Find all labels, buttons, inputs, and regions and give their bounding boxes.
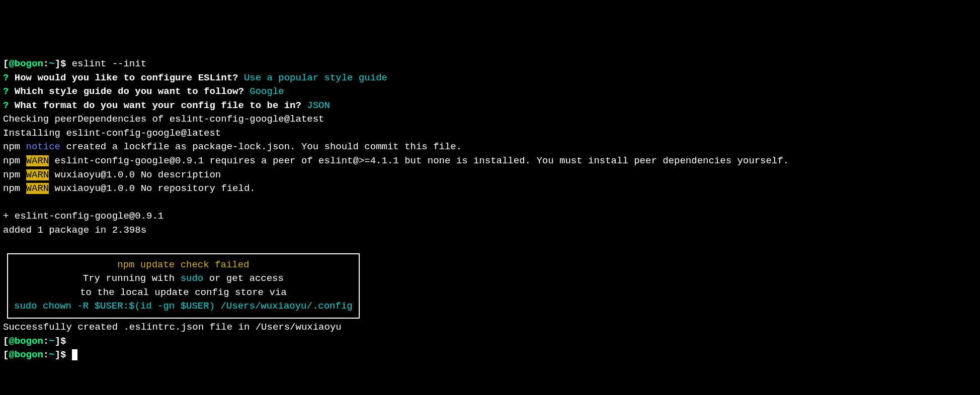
- question-text: What format do you want your config file…: [15, 100, 307, 111]
- prompt-path: ~: [49, 58, 54, 69]
- question-mark: ?: [3, 72, 15, 83]
- npm-warn-badge: WARN: [26, 183, 49, 194]
- box-text: to the local update config store via: [14, 286, 353, 300]
- npm-notice-label: notice: [26, 141, 60, 152]
- prompt: [@bogon:~]$: [3, 58, 66, 69]
- prompt-bracket-open: [: [3, 58, 9, 69]
- prompt: [@bogon:~]$: [3, 349, 66, 360]
- output-line: Checking peerDependencies of eslint-conf…: [3, 114, 324, 125]
- question-mark: ?: [3, 100, 15, 111]
- question-mark: ?: [3, 86, 15, 97]
- prompt-dollar: $: [60, 58, 66, 69]
- output-line: Successfully created .eslintrc.json file…: [3, 322, 342, 333]
- answer-text: Use a popular style guide: [244, 72, 387, 83]
- question-text: How would you like to configure ESLint?: [15, 72, 244, 83]
- npm-warn-text: eslint-config-google@0.9.1 requires a pe…: [49, 155, 789, 166]
- command-text: eslint --init: [66, 58, 146, 69]
- cursor-icon[interactable]: [72, 349, 77, 360]
- prompt-user-host: @bogon: [9, 58, 43, 69]
- prompt: [@bogon:~]$: [3, 336, 66, 347]
- prompt-colon: :: [43, 58, 49, 69]
- answer-text: Google: [250, 86, 284, 97]
- npm-update-box: npm update check failedTry running with …: [7, 253, 360, 319]
- box-sudo: sudo: [181, 273, 204, 284]
- npm-prefix: npm: [3, 155, 26, 166]
- question-text: Which style guide do you want to follow?: [15, 86, 250, 97]
- output-line: + eslint-config-google@0.9.1: [3, 211, 164, 222]
- box-command: sudo chown -R $USER:$(id -gn $USER) /Use…: [14, 300, 353, 314]
- npm-warn-text: wuxiaoyu@1.0.0 No description: [49, 169, 221, 180]
- npm-warn-badge: WARN: [26, 155, 49, 166]
- box-text: or get access: [203, 273, 284, 284]
- output-line: added 1 package in 2.398s: [3, 225, 146, 236]
- box-text: Try running with: [83, 273, 181, 284]
- box-title: npm update check failed: [117, 259, 249, 270]
- npm-warn-text: wuxiaoyu@1.0.0 No repository field.: [49, 183, 255, 194]
- npm-notice-text: created a lockfile as package-lock.json.…: [60, 141, 462, 152]
- npm-prefix: npm: [3, 169, 26, 180]
- terminal-output[interactable]: [@bogon:~]$ eslint --init ? How would yo…: [3, 57, 977, 362]
- npm-prefix: npm: [3, 141, 26, 152]
- prompt-bracket-close: ]: [55, 58, 60, 69]
- npm-prefix: npm: [3, 183, 26, 194]
- npm-warn-badge: WARN: [26, 169, 49, 180]
- output-line: Installing eslint-config-google@latest: [3, 128, 221, 139]
- answer-text: JSON: [307, 100, 330, 111]
